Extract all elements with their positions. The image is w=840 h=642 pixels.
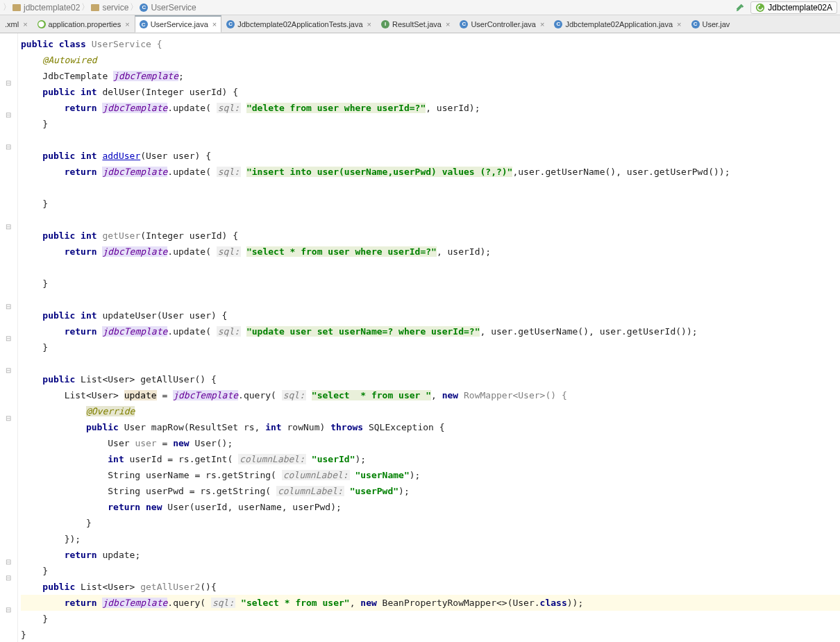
code-token: User xyxy=(108,438,135,448)
fold-icon[interactable]: ⊟ xyxy=(6,111,11,119)
code-token: jdbcTemplate xyxy=(113,71,178,81)
gutter[interactable]: ⊟ ⊟ ⊟ ⊟ ⊟ ⊟ ⊟ ⊟ ⊟ ⊟ ⊟ xyxy=(0,33,18,642)
breadcrumb-item[interactable]: UserService xyxy=(151,3,196,12)
code-token: )); xyxy=(567,598,583,608)
code-token: UserService { xyxy=(92,39,162,49)
code-token: new xyxy=(146,502,162,512)
code-token: @Autowired xyxy=(42,55,96,65)
code-token: getAllUser2 xyxy=(140,582,200,592)
close-icon[interactable]: × xyxy=(540,20,544,28)
code-token: List<User> getAllUser() { xyxy=(81,374,217,385)
code-token: } xyxy=(86,518,92,528)
fold-icon[interactable]: ⊟ xyxy=(6,574,11,582)
code-token: class xyxy=(540,598,567,608)
code-token: , user.getUserName(), user.getUserId()); xyxy=(480,326,697,337)
fold-icon[interactable]: ⊟ xyxy=(6,223,11,230)
editor-tab[interactable]: ⬤application.properties× xyxy=(33,15,135,33)
fold-icon[interactable]: ⊟ xyxy=(6,335,11,342)
chevron-right-icon: 〉 xyxy=(3,1,11,13)
code-token: new xyxy=(360,598,376,608)
close-icon[interactable]: × xyxy=(212,20,217,28)
code-token: delUser(Integer userId) { xyxy=(102,87,238,97)
close-icon[interactable]: × xyxy=(367,20,371,28)
code-token: , userId); xyxy=(426,103,480,113)
java-class-icon: C xyxy=(140,20,148,28)
code-token: return xyxy=(65,103,97,113)
fold-icon[interactable]: ⊟ xyxy=(6,606,11,614)
code-token: "delete from user where userId=?" xyxy=(246,103,426,113)
code-token: ); xyxy=(398,486,410,496)
code-token: (){ xyxy=(200,582,216,592)
code-token: public xyxy=(21,39,53,49)
code-token: return xyxy=(108,502,140,512)
code-token: updateUser(User user) { xyxy=(102,310,227,321)
close-icon[interactable]: × xyxy=(446,20,450,28)
code-token: } xyxy=(42,342,48,353)
code-token: "userName" xyxy=(355,470,409,480)
code-token: getUser xyxy=(102,230,140,241)
editor-tab[interactable]: CUserController.java× xyxy=(455,15,549,33)
spring-icon: ⬤ xyxy=(37,20,46,28)
close-icon[interactable]: × xyxy=(677,20,681,28)
close-icon[interactable]: × xyxy=(125,20,129,28)
code-token: public xyxy=(42,151,75,161)
fold-icon[interactable]: ⊟ xyxy=(6,303,11,310)
fold-icon[interactable]: ⊟ xyxy=(6,366,11,374)
breadcrumb-item[interactable]: jdbctemplate02 xyxy=(24,3,80,12)
code-token: } xyxy=(42,566,48,576)
editor[interactable]: ⊟ ⊟ ⊟ ⊟ ⊟ ⊟ ⊟ ⊟ ⊟ ⊟ ⊟ public class UserS… xyxy=(0,33,840,642)
code-token: return xyxy=(65,246,97,257)
code-token: return xyxy=(65,598,97,608)
editor-tab[interactable]: .xml× xyxy=(0,15,33,33)
java-class-icon: C xyxy=(460,20,468,28)
java-class-icon: C xyxy=(554,20,562,28)
toolbar-right: Jdbctemplate02A xyxy=(735,1,837,14)
code-token: jdbcTemplate xyxy=(102,598,167,608)
code-token: @Override xyxy=(86,406,135,416)
code-token: new xyxy=(442,390,458,400)
code-token: SQLException { xyxy=(363,422,444,432)
code-token: jdbcTemplate xyxy=(102,246,167,257)
close-icon[interactable]: × xyxy=(23,20,27,28)
editor-tab[interactable]: CJdbctemplate02ApplicationTests.java× xyxy=(221,15,376,33)
code-token: String userName = rs.getString( xyxy=(108,470,276,480)
code-token: sql: xyxy=(211,598,235,608)
code-token: , userId); xyxy=(437,246,491,257)
editor-tab[interactable]: IResultSet.java× xyxy=(376,15,455,33)
folder-icon xyxy=(12,4,21,11)
code-area[interactable]: public class UserService { @Autowired Jd… xyxy=(18,33,840,642)
code-token: userId = rs.getInt( xyxy=(124,454,233,464)
code-token: addUser xyxy=(102,151,140,161)
java-class-icon: C xyxy=(226,20,235,28)
editor-tabs: .xml× ⬤application.properties× CUserServ… xyxy=(0,15,840,33)
code-token: update; xyxy=(97,550,141,560)
code-token: (Integer userId) { xyxy=(140,230,238,241)
code-token: return xyxy=(65,326,97,337)
fold-icon[interactable]: ⊟ xyxy=(6,79,11,87)
code-token: BeanPropertyRowMapper<>(User. xyxy=(377,598,540,608)
fold-icon[interactable]: ⊟ xyxy=(6,558,11,566)
hammer-icon[interactable] xyxy=(735,3,745,12)
tab-label: User.jav xyxy=(703,20,730,28)
editor-tab[interactable]: CJdbctemplate02Application.java× xyxy=(549,15,686,33)
tab-label: UserController.java xyxy=(471,20,536,28)
editor-tab[interactable]: CUser.jav xyxy=(687,15,735,33)
code-token: = xyxy=(157,438,173,448)
breadcrumb[interactable]: 〉 jdbctemplate02 〉 service 〉 C UserServi… xyxy=(3,1,735,13)
code-token: RowMapper<User>() { xyxy=(458,390,567,400)
editor-tab[interactable]: CUserService.java× xyxy=(135,15,222,33)
code-token: .query( xyxy=(167,598,205,608)
tab-label: ResultSet.java xyxy=(392,20,442,28)
code-token: } xyxy=(42,119,48,129)
breadcrumb-item[interactable]: service xyxy=(102,3,128,12)
code-token: int xyxy=(265,422,281,432)
chevron-right-icon: 〉 xyxy=(130,1,138,13)
code-token: .update( xyxy=(167,103,211,113)
run-configuration-selector[interactable]: Jdbctemplate02A xyxy=(750,1,837,14)
code-token: sql: xyxy=(217,103,241,113)
fold-icon[interactable]: ⊟ xyxy=(6,414,11,422)
fold-icon[interactable]: ⊟ xyxy=(6,143,11,151)
tab-label: UserService.java xyxy=(151,20,208,28)
code-token: jdbcTemplate xyxy=(102,167,167,177)
code-token: throws xyxy=(330,422,363,432)
